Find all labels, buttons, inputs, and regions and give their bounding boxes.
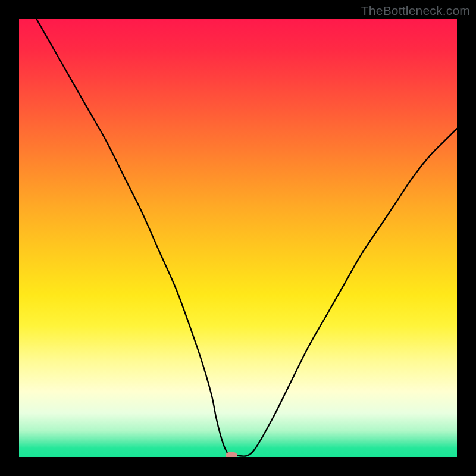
bottleneck-curve <box>19 19 457 457</box>
chart-frame: TheBottleneck.com <box>0 0 476 476</box>
bottleneck-minimum-marker <box>226 452 237 457</box>
watermark-text: TheBottleneck.com <box>361 4 470 18</box>
plot-area <box>19 19 457 457</box>
